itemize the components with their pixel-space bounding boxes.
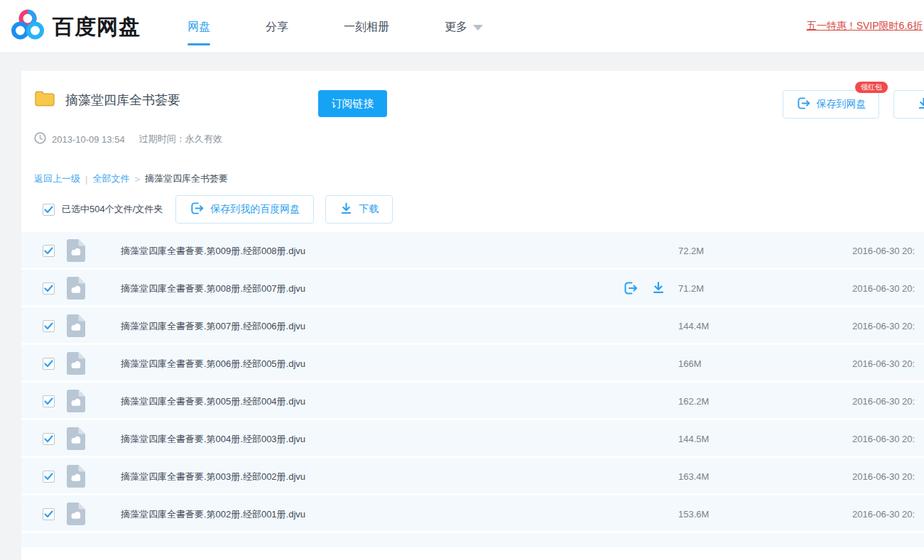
table-row[interactable]: 摘藻堂四庫全書薈要.第002册.经部001册.djvu 153.6M 2016-… [21, 495, 924, 533]
brand[interactable]: 百度网盘 [9, 6, 141, 48]
file-size: 153.6M [678, 495, 709, 533]
file-date: 2016-06-30 20: [852, 495, 915, 533]
breadcrumb-back-link[interactable]: 返回上一级 [34, 172, 80, 185]
download-icon [917, 97, 924, 112]
file-name[interactable]: 摘藻堂四庫全書薈要.第002册.经部001册.djvu [121, 495, 305, 533]
select-all-checkbox[interactable] [43, 204, 55, 216]
header: 百度网盘 网盘 分享 一刻相册 更多 五一特惠！SVIP限时6.6折 [0, 0, 924, 53]
file-size: 144.4M [678, 307, 709, 345]
table-row[interactable]: 摘藻堂四庫全書薈要.第003册.经部002册.djvu 163.4M 2016-… [21, 458, 924, 495]
file-name[interactable]: 摘藻堂四庫全書薈要.第003册.经部002册.djvu [121, 458, 305, 495]
nav-tab-label: 一刻相册 [344, 21, 389, 33]
folder-icon [34, 89, 55, 110]
download-icon [339, 202, 353, 217]
row-checkbox[interactable] [43, 433, 55, 445]
file-name[interactable]: 摘藻堂四庫全書薈要.第007册.经部006册.djvu [121, 307, 305, 345]
file-type-icon [67, 277, 85, 302]
file-date: 2016-06-30 20: [852, 307, 915, 345]
file-name[interactable]: 摘藻堂四庫全書薈要.第008册.经部007册.djvu [121, 270, 305, 307]
share-content-card: 摘藻堂四库全书荟要 订阅链接 领红包 保存到网盘 下载 2013-10-09 1… [21, 71, 924, 560]
table-row[interactable]: 摘藻堂四庫全書薈要.第005册.经部004册.djvu 162.2M 2016-… [21, 383, 924, 420]
red-packet-badge: 领红包 [855, 82, 888, 93]
row-save-to-icon[interactable] [623, 280, 638, 296]
row-checkbox[interactable] [43, 320, 55, 332]
nav-tab-label: 更多 [445, 21, 467, 33]
row-checkbox[interactable] [43, 508, 55, 520]
save-to-netdisk-button[interactable]: 保存到网盘 [783, 90, 879, 119]
share-created-time: 2013-10-09 13:54 [52, 134, 125, 145]
breadcrumb: 返回上一级 | 全部文件 > 摘藻堂四库全书荟要 [34, 172, 228, 185]
file-name[interactable]: 摘藻堂四庫全書薈要.第005册.经部004册.djvu [121, 383, 305, 420]
save-to-my-netdisk-button[interactable]: 保存到我的百度网盘 [175, 195, 314, 224]
save-to-netdisk-label: 保存到网盘 [817, 98, 866, 111]
save-to-my-netdisk-label: 保存到我的百度网盘 [210, 203, 300, 216]
chevron-down-icon [473, 25, 483, 31]
file-type-icon [67, 239, 85, 265]
save-to-icon [796, 96, 811, 113]
share-folder-title: 摘藻堂四库全书荟要 [65, 92, 180, 109]
share-expire-info: 过期时间：永久有效 [139, 133, 222, 146]
nav-tab-more[interactable]: 更多 [445, 0, 483, 53]
nav-tab-album[interactable]: 一刻相册 [344, 0, 389, 53]
breadcrumb-chevron: > [134, 174, 140, 185]
file-size: 71.2M [678, 270, 704, 307]
file-date: 2016-06-30 20: [852, 458, 915, 495]
file-size: 163.4M [678, 458, 709, 495]
nav-tab-share[interactable]: 分享 [266, 0, 288, 53]
selection-toolbar: 已选中504个文件/文件夹 保存到我的百度网盘 下载 [34, 195, 393, 224]
file-size: 166M [678, 345, 702, 383]
file-list: 摘藻堂四庫全書薈要.第009册.经部008册.djvu 72.2M 2016-0… [21, 232, 924, 547]
table-row[interactable]: 摘藻堂四庫全書薈要.第009册.经部008册.djvu 72.2M 2016-0… [21, 232, 924, 270]
table-row[interactable]: 摘藻堂四庫全書薈要.第006册.经部005册.djvu 166M 2016-06… [21, 345, 924, 383]
brand-title: 百度网盘 [53, 13, 141, 42]
file-size: 144.5M [678, 420, 709, 458]
file-type-icon [67, 465, 85, 490]
breadcrumb-separator: | [85, 174, 87, 185]
file-name[interactable]: 摘藻堂四庫全書薈要.第004册.经部003册.djvu [121, 420, 305, 458]
table-row[interactable]: 摘藻堂四庫全書薈要.第004册.经部003册.djvu 144.5M 2016-… [21, 420, 924, 458]
subscribe-link-button[interactable]: 订阅链接 [318, 90, 387, 117]
row-actions [623, 280, 665, 296]
save-to-icon [190, 201, 205, 218]
file-name[interactable]: 摘藻堂四庫全書薈要.第006册.经部005册.djvu [121, 345, 305, 383]
file-date: 2016-06-30 20: [852, 270, 915, 307]
baidu-netdisk-logo-icon [9, 6, 47, 48]
file-size: 72.2M [678, 232, 704, 270]
file-type-icon [67, 503, 85, 528]
row-checkbox[interactable] [43, 395, 55, 407]
table-row[interactable]: 摘藻堂四庫全書薈要.第007册.经部006册.djvu 144.4M 2016-… [21, 307, 924, 345]
file-date: 2016-06-30 20: [852, 345, 915, 383]
file-type-icon [67, 390, 85, 415]
breadcrumb-current-folder: 摘藻堂四库全书荟要 [145, 172, 228, 185]
nav-tab-label: 网盘 [187, 21, 210, 33]
download-selected-label: 下载 [359, 203, 379, 216]
table-row-partial[interactable] [21, 533, 924, 547]
file-type-icon [67, 352, 85, 378]
nav-tab-netdisk[interactable]: 网盘 [187, 0, 210, 53]
row-checkbox[interactable] [43, 471, 55, 483]
file-date: 2016-06-30 20: [852, 420, 915, 458]
breadcrumb-all-files-link[interactable]: 全部文件 [92, 172, 129, 185]
row-download-icon[interactable] [651, 280, 665, 296]
main-nav: 网盘 分享 一刻相册 更多 [187, 0, 538, 53]
file-name[interactable]: 摘藻堂四庫全書薈要.第009册.经部008册.djvu [121, 232, 305, 270]
file-type-icon [67, 314, 85, 340]
nav-tab-label: 分享 [266, 21, 288, 33]
row-checkbox[interactable] [43, 245, 55, 257]
row-checkbox[interactable] [43, 358, 55, 370]
download-selected-button[interactable]: 下载 [325, 195, 393, 224]
share-meta-row: 2013-10-09 13:54 过期时间：永久有效 [34, 132, 222, 146]
selected-count-label: 已选中504个文件/文件夹 [62, 203, 163, 216]
clock-icon [34, 132, 46, 146]
svip-promo-link[interactable]: 五一特惠！SVIP限时6.6折 [807, 20, 923, 33]
download-all-button[interactable]: 下载 [893, 90, 924, 119]
table-row[interactable]: 摘藻堂四庫全書薈要.第008册.经部007册.djvu 71.2M 2016-0… [21, 270, 924, 307]
file-type-icon [67, 427, 85, 453]
file-size: 162.2M [678, 383, 709, 420]
file-date: 2016-06-30 20: [852, 383, 915, 420]
file-date: 2016-06-30 20: [852, 232, 915, 270]
share-title-row: 摘藻堂四库全书荟要 [34, 89, 180, 110]
row-checkbox[interactable] [43, 282, 55, 295]
